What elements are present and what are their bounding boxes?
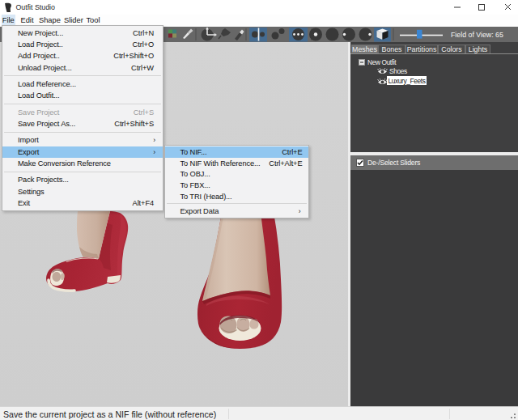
svg-text:Field of View: 65: Field of View: 65 (451, 31, 503, 39)
